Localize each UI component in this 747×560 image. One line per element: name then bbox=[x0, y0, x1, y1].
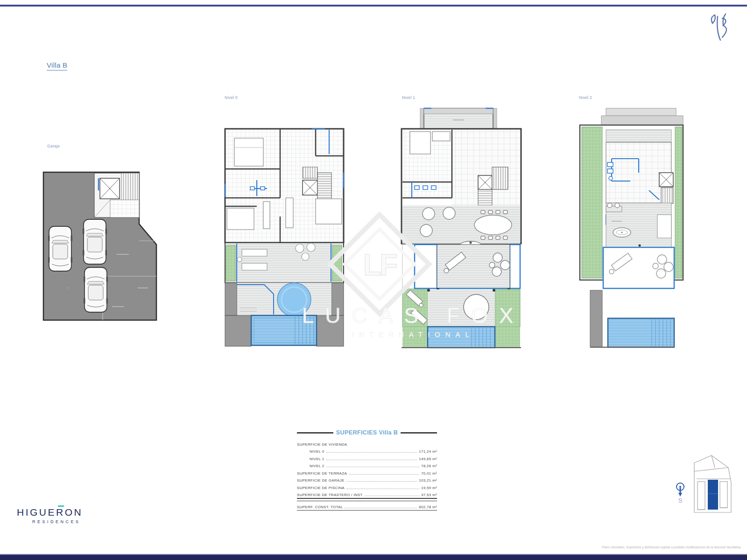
garden-right-lower bbox=[495, 327, 520, 348]
swimming-pool bbox=[608, 318, 674, 347]
table-row: SUPERFICIE DE VIVIENDA bbox=[297, 439, 437, 447]
row-value: 37,53 m² bbox=[421, 493, 437, 497]
watermark-line2: INTERNATIONAL bbox=[352, 330, 474, 338]
superficies-table: SUPERFICIES Villa B SUPERFICIE DE VIVIEN… bbox=[297, 429, 437, 511]
table-double-rule bbox=[297, 498, 437, 501]
row-label: NIVEL 1 bbox=[310, 457, 324, 461]
brand-accent-macron bbox=[58, 505, 64, 507]
pergola-slats bbox=[606, 130, 671, 142]
plan-sheet: Villa B Garaje Nivel 0 Nivel 1 Nivel 2 bbox=[0, 0, 747, 560]
pool-deck-left bbox=[225, 315, 251, 346]
dotted-leader bbox=[365, 496, 419, 496]
dotted-leader bbox=[346, 489, 419, 489]
higueron-logo: HIGUERON RESIDENCES bbox=[17, 507, 83, 524]
brand-name: HIGUERON bbox=[17, 507, 83, 518]
dotted-leader bbox=[326, 467, 419, 467]
row-value: 602,78 m² bbox=[419, 505, 437, 509]
row-value: 19,59 m² bbox=[421, 486, 437, 490]
terrace-room-right bbox=[510, 245, 520, 288]
row-value: 78,26 m² bbox=[421, 464, 437, 468]
table-end-rule bbox=[297, 510, 437, 511]
dotted-leader bbox=[346, 481, 417, 482]
stairs-upper bbox=[492, 167, 508, 189]
compass-south-label: S bbox=[678, 497, 683, 504]
dotted-leader bbox=[349, 474, 419, 475]
roof-slab-2 bbox=[601, 116, 683, 125]
row-label: SUPERFICIE DE VIVIENDA bbox=[297, 442, 347, 447]
table-row: NIVEL 0 171,24 m² bbox=[297, 447, 437, 454]
dotted-leader bbox=[326, 460, 417, 460]
bath-zone bbox=[402, 182, 452, 198]
watermark-monogram: LF bbox=[363, 248, 397, 282]
row-label: NIVEL 2 bbox=[310, 464, 324, 468]
table-row: NIVEL 2 78,26 m² bbox=[297, 461, 437, 469]
floor-plan-nivel2 bbox=[580, 108, 683, 347]
garden-strip-left bbox=[226, 245, 235, 281]
row-label: SUPERF. CONST. TOTAL bbox=[297, 505, 343, 509]
table-total-row: SUPERF. CONST. TOTAL 602,78 m² bbox=[297, 502, 437, 509]
car-3 bbox=[84, 267, 108, 312]
brand-subtitle: RESIDENCES bbox=[17, 519, 83, 524]
table-row: SUPERFICIE DE GARAJE 103,21 m² bbox=[297, 476, 437, 483]
daybed bbox=[657, 215, 671, 238]
bathtub bbox=[613, 228, 631, 237]
roof-slab-1 bbox=[606, 108, 676, 116]
terrace-deck bbox=[225, 243, 344, 283]
row-label: NIVEL 0 bbox=[310, 449, 324, 454]
side-wall-left bbox=[590, 290, 602, 347]
car-1 bbox=[48, 226, 72, 271]
stairs-upper bbox=[303, 167, 317, 178]
footer-disclaimer: Plano orientativo. Superficies y distrib… bbox=[587, 546, 741, 549]
highlighted-unit bbox=[708, 480, 718, 510]
green-roof-right bbox=[675, 127, 682, 278]
table-header: SUPERFICIES Villa B bbox=[297, 429, 437, 436]
site-key-plan bbox=[694, 455, 731, 512]
car-2 bbox=[83, 219, 107, 264]
row-label: SUPERFICIE DE PISCINA bbox=[297, 486, 345, 490]
row-value: 149,65 m² bbox=[419, 457, 437, 461]
table-title: SUPERFICIES Villa B bbox=[336, 429, 398, 436]
row-label: SUPERFICIE DE TERRAZA bbox=[297, 471, 347, 476]
table-row: SUPERFICIE DE TERRAZA 70,01 m² bbox=[297, 468, 437, 476]
row-value: 70,01 m² bbox=[421, 471, 437, 476]
stairs bbox=[661, 188, 673, 203]
table-row: SUPERFICIE DE PISCINA 19,59 m² bbox=[297, 483, 437, 490]
header-rule-left bbox=[297, 432, 333, 434]
row-label: SUPERFICIE DE TRASTERO / INST bbox=[297, 493, 363, 497]
table-row: NIVEL 1 149,65 m² bbox=[297, 454, 437, 461]
row-value: 171,24 m² bbox=[419, 449, 437, 454]
compass: S bbox=[677, 483, 684, 504]
dotted-leader bbox=[326, 452, 417, 453]
dotted-leader bbox=[345, 508, 417, 508]
header-rule-right bbox=[401, 432, 437, 434]
green-roof-left bbox=[582, 127, 602, 278]
table-row: SUPERFICIE DE TRASTERO / INST 37,53 m² bbox=[297, 490, 437, 497]
floor-plan-garaje bbox=[43, 172, 156, 320]
garage-stair-core bbox=[94, 173, 139, 217]
brand-name-text: HIGUERON bbox=[17, 507, 83, 518]
bottom-bar bbox=[0, 554, 747, 560]
row-label: SUPERFICIE DE GARAJE bbox=[297, 478, 345, 483]
side-wall-left bbox=[225, 283, 237, 315]
upper-terrace-tab bbox=[420, 108, 497, 129]
row-value: 103,21 m² bbox=[419, 478, 437, 483]
watermark-line1: LUCAS FOX bbox=[302, 303, 525, 328]
